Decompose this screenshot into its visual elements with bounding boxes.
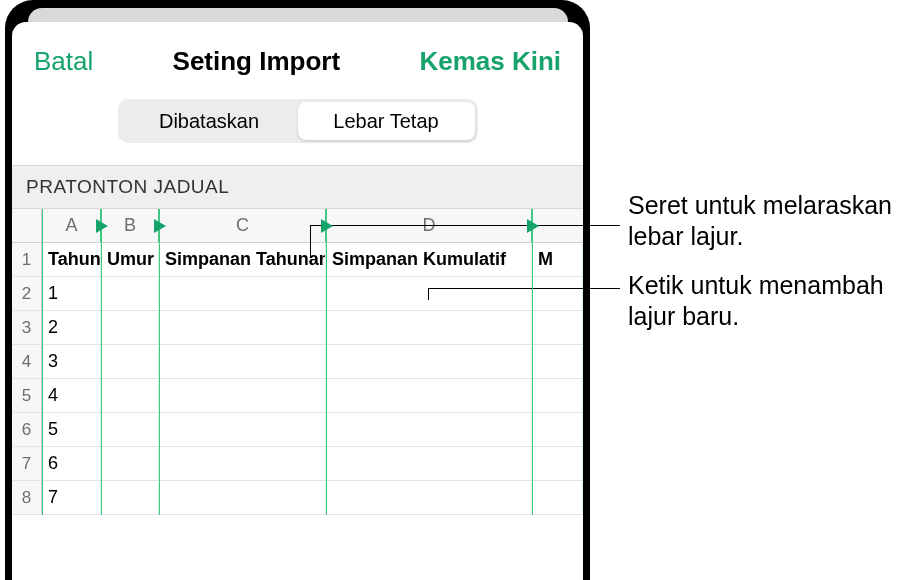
row-number: 7: [12, 447, 42, 480]
column-separator[interactable]: [159, 209, 160, 515]
cell[interactable]: [101, 345, 159, 378]
cell[interactable]: [532, 379, 583, 412]
cell[interactable]: [326, 447, 532, 480]
cell[interactable]: [326, 481, 532, 514]
cell[interactable]: [326, 379, 532, 412]
callout-line: [310, 225, 311, 258]
cell[interactable]: [326, 345, 532, 378]
row-number: 6: [12, 413, 42, 446]
cell[interactable]: [101, 447, 159, 480]
cell[interactable]: 3: [42, 345, 101, 378]
cell[interactable]: [159, 277, 326, 310]
row-number: 3: [12, 311, 42, 344]
annotation-drag: Seret untuk melaraskan lebar lajur.: [628, 190, 918, 253]
cell[interactable]: M: [532, 243, 583, 276]
cell[interactable]: Tahun: [42, 243, 101, 276]
cell[interactable]: [101, 481, 159, 514]
cell[interactable]: Umur: [101, 243, 159, 276]
segment-fixed-width[interactable]: Lebar Tetap: [298, 102, 475, 140]
table-row: 8 7: [12, 481, 583, 515]
table-preview[interactable]: A B C D: [12, 209, 583, 515]
cell[interactable]: 1: [42, 277, 101, 310]
row-number: 2: [12, 277, 42, 310]
annotation-tap: Ketik untuk menambah lajur baru.: [628, 270, 918, 333]
callout-line: [428, 288, 620, 289]
column-header-c[interactable]: C: [159, 209, 326, 242]
cell[interactable]: 5: [42, 413, 101, 446]
update-button[interactable]: Kemas Kini: [419, 46, 561, 77]
table-row: 1 Tahun Umur Simpanan Tahunan Simpanan K…: [12, 243, 583, 277]
column-header-label: B: [124, 215, 136, 236]
cancel-button[interactable]: Batal: [34, 46, 93, 77]
column-drag-handle-icon[interactable]: [321, 219, 333, 233]
cell[interactable]: [326, 413, 532, 446]
cell[interactable]: [159, 447, 326, 480]
cell[interactable]: 7: [42, 481, 101, 514]
segmented-control[interactable]: Dibataskan Lebar Tetap: [118, 99, 478, 143]
cell[interactable]: [532, 277, 583, 310]
import-settings-sheet: Batal Seting Import Kemas Kini Dibataska…: [12, 22, 583, 580]
row-number: 4: [12, 345, 42, 378]
column-header-label: C: [236, 215, 249, 236]
cell[interactable]: Simpanan Tahunan: [159, 243, 326, 276]
cell[interactable]: [532, 481, 583, 514]
cell[interactable]: [159, 413, 326, 446]
column-separator[interactable]: [101, 209, 102, 515]
row-number-header-blank: [12, 209, 42, 242]
callout-line: [310, 225, 620, 226]
cell[interactable]: [101, 379, 159, 412]
row-number: 5: [12, 379, 42, 412]
cell[interactable]: [101, 277, 159, 310]
cell[interactable]: [159, 481, 326, 514]
column-separator[interactable]: [42, 209, 43, 515]
column-header-a[interactable]: A: [42, 209, 101, 242]
table-row: 7 6: [12, 447, 583, 481]
column-drag-handle-icon[interactable]: [527, 219, 539, 233]
row-number: 8: [12, 481, 42, 514]
cell[interactable]: [532, 413, 583, 446]
column-header-row: A B C D: [12, 209, 583, 243]
cell[interactable]: [532, 311, 583, 344]
row-number: 1: [12, 243, 42, 276]
cell[interactable]: [532, 447, 583, 480]
sheet-title: Seting Import: [173, 46, 341, 77]
column-separator[interactable]: [532, 209, 533, 515]
column-header-label: A: [65, 215, 77, 236]
cell[interactable]: 2: [42, 311, 101, 344]
sheet-header: Batal Seting Import Kemas Kini: [12, 22, 583, 93]
table-row: 4 3: [12, 345, 583, 379]
section-header-preview: PRATONTON JADUAL: [12, 165, 583, 209]
cell[interactable]: [101, 311, 159, 344]
table-row: 6 5: [12, 413, 583, 447]
column-drag-handle-icon[interactable]: [96, 219, 108, 233]
column-separator[interactable]: [326, 209, 327, 515]
cell[interactable]: [159, 311, 326, 344]
table-row: 3 2: [12, 311, 583, 345]
cell[interactable]: [159, 379, 326, 412]
cell[interactable]: 6: [42, 447, 101, 480]
callout-line: [428, 288, 429, 300]
cell[interactable]: [326, 311, 532, 344]
table-row: 2 1: [12, 277, 583, 311]
segmented-control-wrap: Dibataskan Lebar Tetap: [12, 93, 583, 165]
cell[interactable]: Simpanan Kumulatif: [326, 243, 532, 276]
column-header-b[interactable]: B: [101, 209, 159, 242]
cell[interactable]: [326, 277, 532, 310]
cell[interactable]: [159, 345, 326, 378]
cell[interactable]: [101, 413, 159, 446]
table-row: 5 4: [12, 379, 583, 413]
cell[interactable]: 4: [42, 379, 101, 412]
segment-delimited[interactable]: Dibataskan: [121, 102, 298, 140]
column-drag-handle-icon[interactable]: [154, 219, 166, 233]
cell[interactable]: [532, 345, 583, 378]
